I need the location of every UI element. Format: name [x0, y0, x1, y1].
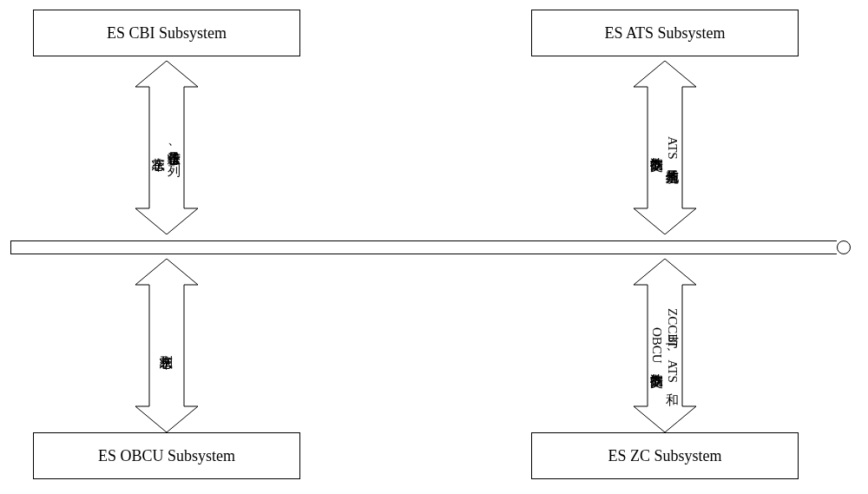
arrow-label-line: OBCU的数据交换: [650, 327, 664, 364]
arrow-label-zc: ZC与CBI、ATS和 OBCU的数据交换: [634, 259, 696, 432]
arrow-label-ats: ATS与其他子系统 的数据交换: [634, 61, 696, 234]
arrow-label-cbi: 信号设备状态、列 车状态: [135, 61, 198, 234]
arrow-label-line: 信号设备状态、列: [168, 142, 181, 155]
subsystem-cbi: ES CBI Subsystem: [33, 10, 300, 56]
data-bus: [10, 240, 851, 254]
arrow-obcu-bus: 列车状态: [135, 259, 198, 432]
arrow-zc-bus: ZC与CBI、ATS和 OBCU的数据交换: [634, 259, 696, 432]
arrow-cbi-bus: 信号设备状态、列 车状态: [135, 61, 198, 234]
bus-cap-icon: [837, 240, 851, 254]
arrow-label-obcu: 列车状态: [135, 259, 198, 432]
arrow-ats-bus: ATS与其他子系统 的数据交换: [634, 61, 696, 234]
subsystem-obcu: ES OBCU Subsystem: [33, 432, 300, 479]
subsystem-ats: ES ATS Subsystem: [531, 10, 799, 56]
bus-body: [10, 240, 837, 254]
arrow-label-line: ATS与其他子系统: [666, 136, 680, 160]
subsystem-zc: ES ZC Subsystem: [531, 432, 799, 479]
arrow-label-line: ZC与CBI、ATS和: [666, 308, 680, 383]
